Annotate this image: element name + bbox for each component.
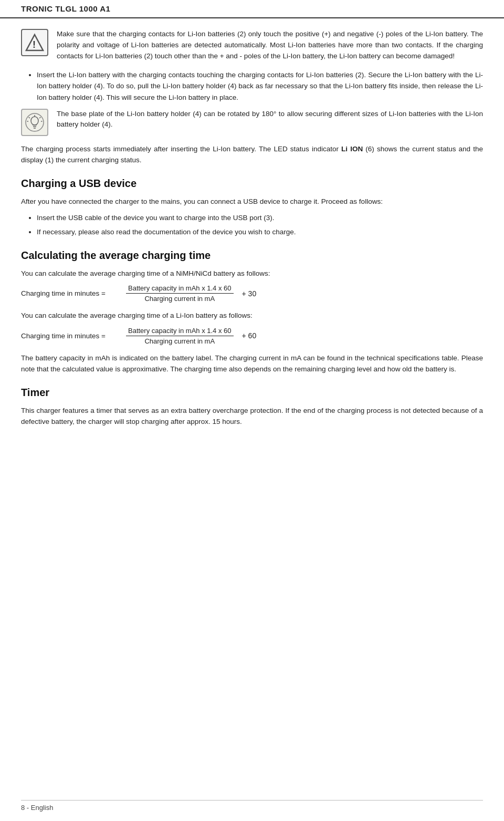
usb-paragraph: After you have connected the charger to … — [21, 196, 483, 207]
usb-section-heading: Charging a USB device — [21, 178, 483, 190]
warning-icon: ! — [21, 29, 48, 56]
calc-paragraph-2: You can calculate the average charging t… — [21, 310, 483, 321]
tip-block: The base plate of the Li-Ion battery hol… — [21, 109, 483, 136]
formula-2-fraction: Battery capacity in mAh x 1.4 x 60 Charg… — [126, 327, 234, 345]
svg-text:!: ! — [33, 39, 36, 50]
formula-2-plus: + 60 — [242, 331, 257, 340]
svg-point-3 — [31, 117, 38, 125]
bullet-item-1: Insert the Li-Ion battery with the charg… — [37, 69, 483, 103]
charging-process-text-1: The charging process starts immediately … — [21, 145, 341, 153]
svg-line-8 — [29, 117, 30, 118]
main-content: ! Make sure that the charging contacts f… — [0, 18, 504, 464]
formula-1-block: Charging time in minutes = Battery capac… — [21, 284, 483, 303]
tip-icon — [21, 109, 48, 136]
svg-line-9 — [39, 117, 41, 118]
usb-bullet-2: If necessary, please also read the docum… — [37, 226, 483, 238]
calc-paragraph-3: The battery capacity in mAh is indicated… — [21, 352, 483, 375]
page-title: TRONIC TLGL 1000 A1 — [21, 4, 110, 13]
timer-section-heading: Timer — [21, 387, 483, 399]
formula-2-label: Charging time in minutes = — [21, 332, 121, 340]
warning-text: Make sure that the charging contacts for… — [57, 29, 483, 62]
usb-bullet-1: Insert the USB cable of the device you w… — [37, 212, 483, 224]
usb-bullet-list: Insert the USB cable of the device you w… — [37, 212, 483, 237]
formula-2-numerator: Battery capacity in mAh x 1.4 x 60 — [126, 327, 234, 336]
charging-process-paragraph: The charging process starts immediately … — [21, 143, 483, 166]
page-header: TRONIC TLGL 1000 A1 — [0, 0, 504, 18]
timer-paragraph: This charger features a timer that serve… — [21, 405, 483, 428]
bullet-list-1: Insert the Li-Ion battery with the charg… — [37, 69, 483, 103]
formula-1-numerator: Battery capacity in mAh x 1.4 x 60 — [126, 284, 234, 294]
formula-1-denominator: Charging current in mA — [142, 294, 217, 303]
calc-section-heading: Calculating the average charging time — [21, 250, 483, 262]
formula-1-fraction: Battery capacity in mAh x 1.4 x 60 Charg… — [126, 284, 234, 303]
calc-paragraph-1: You can calculate the average charging t… — [21, 268, 483, 279]
formula-1-label: Charging time in minutes = — [21, 289, 121, 297]
formula-1-plus: + 30 — [242, 289, 257, 298]
warning-block: ! Make sure that the charging contacts f… — [21, 29, 483, 62]
tip-text: The base plate of the Li-Ion battery hol… — [57, 109, 483, 131]
formula-2-block: Charging time in minutes = Battery capac… — [21, 327, 483, 345]
formula-2-denominator: Charging current in mA — [142, 336, 217, 345]
li-ion-bold-label: Li ION — [341, 145, 363, 153]
page-footer: 8 - English — [21, 800, 483, 812]
footer-label: 8 - English — [21, 804, 53, 812]
